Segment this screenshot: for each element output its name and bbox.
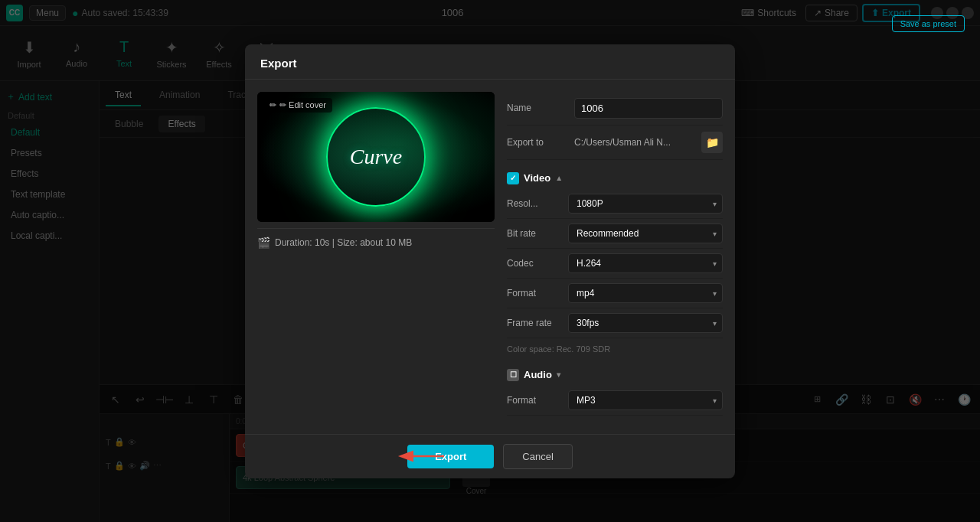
- resolution-wrapper: 1080P 720P 4K ▾: [568, 194, 723, 214]
- format-row: Format mp4 mov ▾: [507, 279, 723, 308]
- video-section: ✓ Video ▲ Resol... 1080P 720P: [507, 166, 723, 360]
- framerate-label: Frame rate: [507, 318, 568, 328]
- file-path-text: C:/Users/Usman Ali N...: [574, 137, 698, 148]
- export-to-label: Export to: [507, 137, 568, 148]
- export-to-row: Export to C:/Users/Usman Ali N... 📁: [507, 126, 723, 160]
- video-checkbox[interactable]: ✓: [507, 172, 519, 184]
- modal-body: Curve ✏ ✏ Edit cover 🎬 Duration: 10s | S…: [245, 80, 735, 434]
- framerate-row: Frame rate 30fps 24fps 60fps ▾: [507, 308, 723, 338]
- format-select[interactable]: mp4 mov: [568, 283, 723, 303]
- modal-footer: Export Cancel: [245, 434, 735, 478]
- edit-icon: ✏: [270, 100, 276, 110]
- bitrate-select[interactable]: Recommended Low High: [568, 223, 723, 243]
- resolution-label: Resol...: [507, 198, 568, 209]
- video-arrow-icon: ▲: [555, 174, 563, 182]
- edit-cover-button[interactable]: ✏ ✏ Edit cover: [263, 98, 332, 113]
- audio-section-label: Audio: [524, 369, 552, 380]
- arrow-indicator: [398, 445, 459, 468]
- cancel-button[interactable]: Cancel: [503, 444, 572, 469]
- file-path-row: C:/Users/Usman Ali N... 📁: [574, 132, 723, 153]
- browse-button[interactable]: 📁: [701, 132, 723, 153]
- audio-arrow-icon: ▾: [557, 370, 560, 379]
- bitrate-row: Bit rate Recommended Low High ▾: [507, 219, 723, 249]
- codec-label: Codec: [507, 258, 568, 269]
- bitrate-label: Bit rate: [507, 228, 568, 239]
- audio-format-wrapper: MP3 AAC ▾: [568, 390, 723, 410]
- name-input[interactable]: [574, 98, 723, 119]
- codec-select[interactable]: H.264 H.265: [568, 253, 723, 273]
- resolution-select[interactable]: 1080P 720P 4K: [568, 194, 723, 214]
- edit-cover-label: ✏ Edit cover: [279, 100, 326, 110]
- duration-text: Duration: 10s | Size: about 10 MB: [275, 237, 412, 248]
- modal-title: Export: [245, 44, 735, 80]
- modal-settings: Name Export to C:/Users/Usman Ali N... 📁…: [507, 92, 723, 422]
- export-modal: Export Curve ✏ ✏ Edit cover: [245, 44, 735, 478]
- audio-format-select[interactable]: MP3 AAC: [568, 390, 723, 410]
- audio-format-row: Format MP3 AAC ▾: [507, 386, 723, 416]
- audio-format-label: Format: [507, 395, 568, 406]
- video-settings-scroll: Resol... 1080P 720P 4K ▾: [507, 189, 723, 360]
- film-icon: 🎬: [257, 237, 270, 249]
- name-label: Name: [507, 103, 568, 113]
- framerate-wrapper: 30fps 24fps 60fps ▾: [568, 313, 723, 333]
- preview-title-text: Curve: [350, 145, 402, 169]
- preview-cover: Curve ✏ ✏ Edit cover: [257, 92, 495, 222]
- bitrate-wrapper: Recommended Low High ▾: [568, 223, 723, 243]
- framerate-select[interactable]: 30fps 24fps 60fps: [568, 313, 723, 333]
- codec-wrapper: H.264 H.265 ▾: [568, 253, 723, 273]
- video-section-header: ✓ Video ▲: [507, 166, 723, 189]
- audio-section-header: ☐ Audio ▾: [507, 363, 723, 386]
- resolution-row: Resol... 1080P 720P 4K ▾: [507, 189, 723, 219]
- format-label: Format: [507, 288, 568, 299]
- modal-preview: Curve ✏ ✏ Edit cover 🎬 Duration: 10s | S…: [257, 92, 495, 422]
- codec-row: Codec H.264 H.265 ▾: [507, 249, 723, 279]
- color-space-note: Color space: Rec. 709 SDR: [507, 338, 723, 360]
- format-wrapper: mp4 mov ▾: [568, 283, 723, 303]
- modal-overlay: Export Curve ✏ ✏ Edit cover: [0, 0, 980, 522]
- video-section-label: Video: [524, 172, 550, 184]
- audio-checkbox[interactable]: ☐: [507, 369, 519, 381]
- audio-section: ☐ Audio ▾ Format MP3 AAC ▾: [507, 363, 723, 416]
- name-row: Name: [507, 92, 723, 126]
- duration-info: 🎬 Duration: 10s | Size: about 10 MB: [257, 228, 495, 256]
